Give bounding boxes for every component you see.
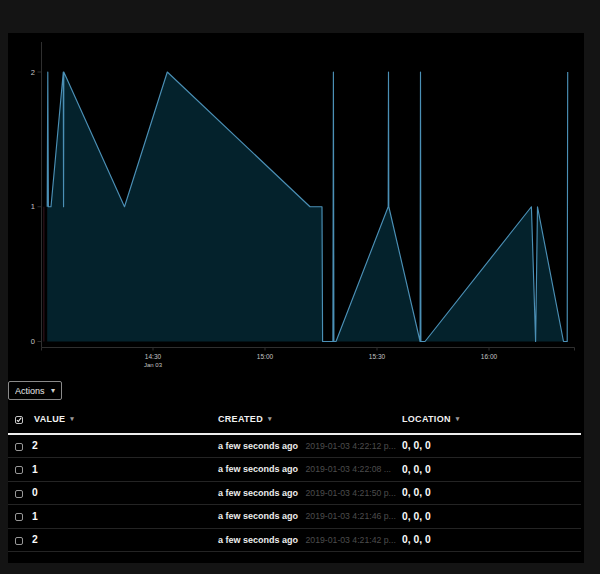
column-header-value[interactable]: VALUE▾ [34, 405, 74, 433]
chevron-down-icon: ▾ [51, 386, 55, 395]
y-axis-tick-label: 0 [31, 337, 35, 346]
app-window: 01214:30Jan 0315:0015:3016:00 Actions ▾ … [0, 0, 600, 574]
table-body: 2a few seconds ago2019-01-03 4:22:12 p..… [8, 435, 581, 553]
table-row: 2a few seconds ago2019-01-03 4:21:42 p..… [8, 529, 581, 553]
cell-location: 0, 0, 0 [402, 458, 431, 481]
row-checkbox[interactable] [15, 537, 23, 545]
cell-created-exact: 2019-01-03 4:21:46 p... [306, 505, 396, 528]
cell-location: 0, 0, 0 [402, 529, 431, 552]
table-header-row: VALUE▾CREATED▾LOCATION▾ [8, 405, 581, 435]
cell-created-exact: 2019-01-03 4:22:08 ... [306, 458, 392, 481]
cell-value: 0 [32, 482, 38, 505]
x-axis-line [42, 348, 575, 351]
cell-location: 0, 0, 0 [402, 482, 431, 505]
area-series-fill [47, 72, 568, 342]
row-checkbox[interactable] [15, 513, 23, 521]
column-header-label: VALUE [34, 414, 65, 424]
x-axis-tick-label: 15:00 [257, 353, 274, 360]
cell-created-exact: 2019-01-03 4:22:12 p... [306, 435, 396, 458]
timeseries-area-chart: 01214:30Jan 0315:0015:3016:00 [8, 33, 584, 375]
cell-value: 1 [32, 505, 38, 528]
sort-caret-icon: ▾ [268, 414, 272, 423]
cell-location: 0, 0, 0 [402, 505, 431, 528]
cell-created-relative: a few seconds ago [218, 482, 298, 505]
y-axis-tick-label: 2 [31, 68, 35, 77]
column-header-label: CREATED [218, 414, 263, 424]
table-row: 1a few seconds ago2019-01-03 4:21:46 p..… [8, 505, 581, 529]
column-header-location[interactable]: LOCATION▾ [402, 405, 460, 433]
table-row: 1a few seconds ago2019-01-03 4:22:08 ...… [8, 458, 581, 482]
cell-created-relative: a few seconds ago [218, 435, 298, 458]
cell-created-relative: a few seconds ago [218, 505, 298, 528]
data-table: VALUE▾CREATED▾LOCATION▾ 2a few seconds a… [8, 405, 581, 552]
cell-value: 2 [32, 529, 38, 552]
x-axis-date-label: Jan 03 [144, 362, 163, 368]
sort-caret-icon: ▾ [70, 414, 74, 423]
sort-caret-icon: ▾ [456, 414, 460, 423]
x-axis-tick-label: 14:30 [145, 353, 162, 360]
actions-dropdown-button[interactable]: Actions ▾ [8, 381, 62, 400]
column-header-created[interactable]: CREATED▾ [218, 405, 272, 433]
y-axis-tick-label: 1 [31, 202, 35, 211]
cell-location: 0, 0, 0 [402, 435, 431, 458]
row-checkbox[interactable] [15, 490, 23, 498]
row-checkbox[interactable] [15, 466, 23, 474]
cell-value: 2 [32, 435, 38, 458]
cell-value: 1 [32, 458, 38, 481]
cell-created-exact: 2019-01-03 4:21:50 p... [306, 482, 396, 505]
x-axis-tick-label: 16:00 [481, 353, 498, 360]
actions-button-label: Actions [15, 386, 45, 396]
cell-created-relative: a few seconds ago [218, 529, 298, 552]
x-axis-tick-label: 15:30 [369, 353, 386, 360]
table-row: 2a few seconds ago2019-01-03 4:22:12 p..… [8, 435, 581, 459]
column-header-label: LOCATION [402, 414, 451, 424]
cell-created-relative: a few seconds ago [218, 458, 298, 481]
cell-created-exact: 2019-01-03 4:21:42 p... [306, 529, 396, 552]
table-row: 0a few seconds ago2019-01-03 4:21:50 p..… [8, 482, 581, 506]
select-all-checkbox[interactable] [15, 416, 23, 424]
row-checkbox[interactable] [15, 443, 23, 451]
checkmark-icon [16, 417, 22, 423]
